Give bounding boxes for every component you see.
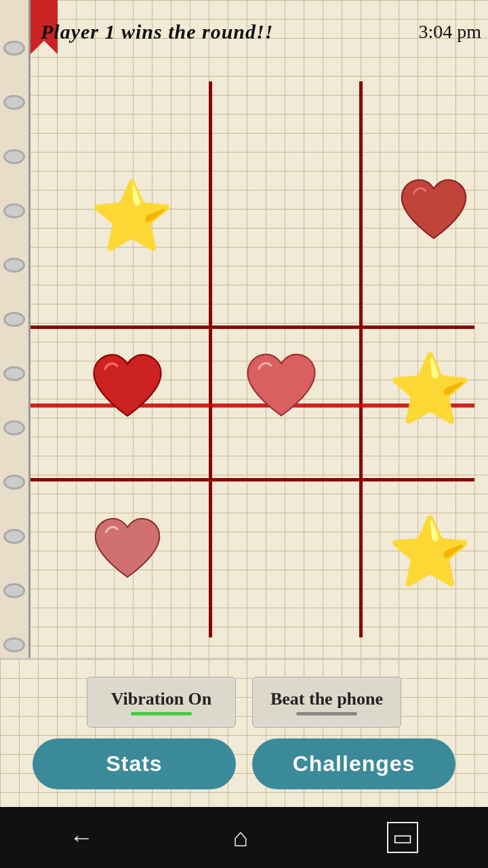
- ring: [3, 312, 25, 327]
- bottom-area: Vibration On Beat the phone Stats Challe…: [0, 658, 488, 807]
- ring: [3, 366, 25, 381]
- ring: [3, 95, 25, 110]
- action-buttons: Stats Challenges: [33, 738, 455, 789]
- ring: [3, 149, 25, 164]
- ring: [3, 203, 25, 218]
- ring: [3, 41, 25, 56]
- app: Player 1 wins the round!! 3:04 pm ⭐: [0, 0, 488, 868]
- grid-vline-2: [359, 81, 363, 637]
- piece-heart-pink[interactable]: [244, 351, 319, 437]
- challenges-button[interactable]: Challenges: [252, 738, 455, 789]
- ring: [3, 258, 25, 273]
- mode-buttons: Vibration On Beat the phone: [87, 677, 401, 728]
- spiral-binding: [0, 0, 30, 658]
- piece-star-3[interactable]: ⭐: [388, 519, 472, 587]
- ring: [3, 475, 25, 490]
- ring: [3, 529, 25, 544]
- game-grid[interactable]: ⭐: [54, 81, 468, 637]
- piece-heart-red[interactable]: [90, 351, 165, 436]
- ring: [3, 637, 25, 652]
- piece-heart-dark[interactable]: [399, 176, 470, 258]
- header: Player 1 wins the round!! 3:04 pm: [41, 20, 481, 43]
- time-display: 3:04 pm: [418, 21, 481, 43]
- status-text: Player 1 wins the round!!: [41, 20, 273, 43]
- beat-underline: [296, 712, 357, 715]
- nav-bar: ← ⌂ ▭: [0, 807, 488, 868]
- stats-button[interactable]: Stats: [33, 738, 236, 789]
- grid-hline-2: [27, 478, 474, 481]
- back-button[interactable]: ←: [70, 823, 94, 852]
- grid-vline-1: [209, 81, 212, 637]
- beat-label: Beat the phone: [270, 689, 383, 709]
- ring: [3, 420, 25, 435]
- ring: [3, 583, 25, 598]
- game-area: Player 1 wins the round!! 3:04 pm ⭐: [0, 0, 488, 658]
- recents-button[interactable]: ▭: [387, 822, 418, 853]
- piece-star-2[interactable]: ⭐: [388, 356, 472, 424]
- beat-button[interactable]: Beat the phone: [252, 677, 401, 728]
- piece-star[interactable]: ⭐: [89, 183, 174, 251]
- vibration-button[interactable]: Vibration On: [87, 677, 236, 728]
- home-button[interactable]: ⌂: [233, 823, 249, 852]
- piece-heart-light[interactable]: [92, 515, 163, 597]
- grid-hline-1: [27, 326, 474, 329]
- vibration-label: Vibration On: [111, 689, 212, 709]
- vibration-underline: [131, 712, 192, 715]
